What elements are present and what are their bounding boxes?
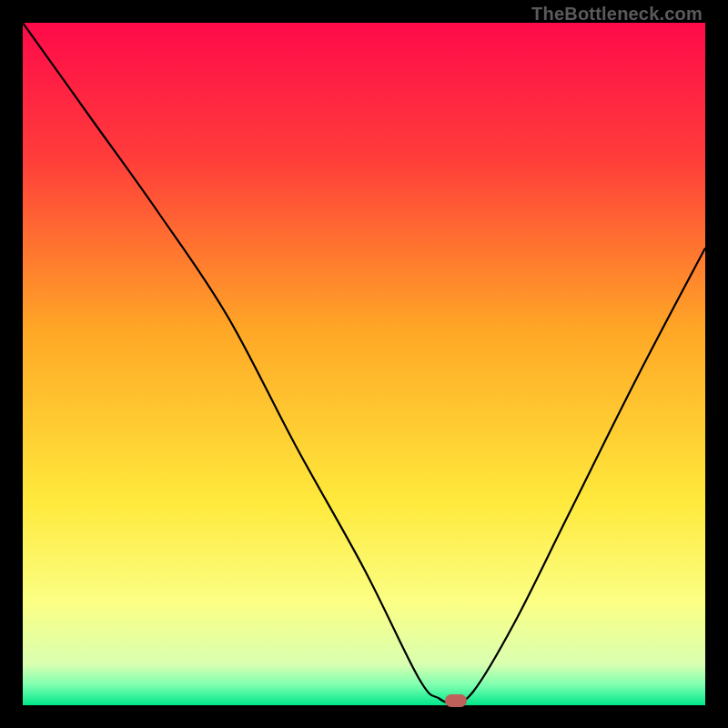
watermark-text: TheBottleneck.com bbox=[531, 4, 703, 25]
curve-layer bbox=[23, 23, 705, 705]
optimal-point-marker bbox=[445, 694, 467, 707]
bottleneck-chart: TheBottleneck.com bbox=[0, 0, 728, 728]
plot-area bbox=[23, 23, 705, 705]
bottleneck-curve bbox=[23, 23, 705, 703]
